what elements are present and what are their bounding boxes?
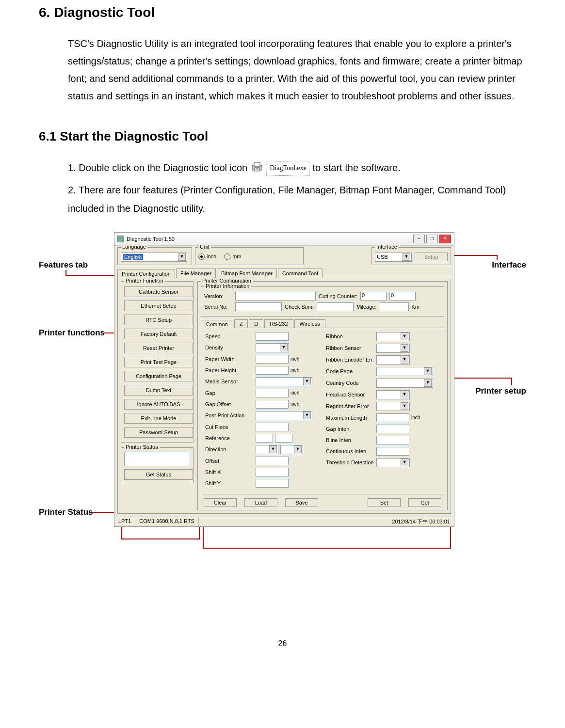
close-button[interactable]: ✕ — [439, 235, 451, 243]
chevron-down-icon: ▼ — [424, 379, 432, 387]
subtab-d[interactable]: D — [249, 319, 263, 328]
field-label: Shift Y — [205, 480, 254, 486]
field-label: Offset — [205, 458, 254, 464]
func-button[interactable]: Reset Printer — [124, 343, 193, 353]
text-input[interactable] — [376, 447, 409, 456]
text-input[interactable] — [256, 479, 289, 488]
field-label: Reference — [205, 435, 254, 441]
language-group: Language English▼ — [117, 247, 192, 265]
callout-interface: Interface — [492, 260, 526, 270]
svg-rect-1 — [254, 162, 260, 166]
printer-function-label: Printer Function — [124, 278, 165, 284]
text-input[interactable] — [256, 457, 289, 465]
unit-label: inch — [291, 401, 299, 407]
func-button[interactable]: Print Test Page — [124, 357, 193, 367]
text-input[interactable] — [256, 332, 289, 341]
text-input[interactable] — [376, 425, 409, 433]
clear-button[interactable]: Clear — [204, 498, 237, 507]
text-input[interactable] — [256, 400, 289, 409]
combo-input[interactable]: ▼ — [280, 445, 303, 454]
func-button[interactable]: Exit Line Mode — [124, 413, 193, 424]
combo-input[interactable]: ▼ — [256, 343, 289, 352]
field-label: Paper Height — [205, 367, 254, 373]
config-subtabs: Common Z D RS-232 Wireless — [201, 319, 444, 328]
combo-input[interactable]: ▼ — [376, 402, 410, 411]
text-input[interactable] — [256, 366, 289, 375]
field-label: Gap Inten. — [326, 426, 374, 432]
combo-input[interactable]: ▼ — [376, 355, 410, 364]
combo-input[interactable]: ▼ — [256, 445, 278, 454]
tab-bitmap-font-manager[interactable]: Bitmap Font Manager — [217, 269, 277, 278]
field-label: Reprint After Error — [326, 403, 374, 409]
callout-printer-status: Printer Status — [39, 507, 93, 517]
field-label: Bline Inten. — [326, 437, 374, 443]
subsection-heading: 6.1 Start the Diagnostic Tool — [39, 129, 526, 144]
set-button[interactable]: Set — [368, 498, 401, 507]
version-label: Version: — [204, 293, 232, 299]
chevron-down-icon: ▼ — [424, 367, 432, 375]
field-label: Media Sensor — [205, 379, 254, 384]
step-2: 2. There are four features (Printer Conf… — [68, 181, 526, 218]
chevron-down-icon: ▼ — [401, 344, 408, 352]
chevron-down-icon: ▼ — [401, 391, 408, 398]
text-input[interactable] — [275, 434, 292, 443]
combo-input[interactable]: ▼ — [376, 390, 410, 399]
get-button[interactable]: Get — [408, 498, 441, 507]
func-button[interactable]: Password Setup — [124, 427, 193, 438]
subtab-common[interactable]: Common — [201, 320, 233, 328]
maximize-button[interactable]: □ — [426, 235, 438, 243]
text-input[interactable] — [256, 423, 289, 431]
mileage-unit: Km — [412, 304, 420, 310]
mileage-field — [380, 302, 409, 311]
tab-file-manager[interactable]: File Manager — [176, 269, 216, 278]
chevron-down-icon: ▼ — [178, 253, 186, 261]
chevron-down-icon: ▼ — [401, 459, 408, 466]
tab-printer-configuration[interactable]: Printer Configuration — [117, 269, 175, 278]
app-icon — [117, 236, 124, 242]
func-button[interactable]: RTC Setup — [124, 315, 193, 325]
printer-configuration-group: Printer Configuration Printer Informatio… — [197, 281, 448, 510]
main-tabs: Printer Configuration File Manager Bitma… — [117, 269, 451, 278]
field-label: Paper Width — [205, 356, 254, 362]
field-label: Density — [205, 345, 254, 350]
get-status-button[interactable]: Get Status — [124, 469, 193, 480]
unit-mm-radio[interactable]: mm — [224, 253, 241, 260]
status-port: LPT1 — [114, 517, 135, 526]
combo-input[interactable]: ▼ — [256, 377, 312, 386]
text-input[interactable] — [376, 413, 409, 422]
text-input[interactable] — [256, 468, 289, 476]
combo-input[interactable]: ▼ — [376, 379, 433, 388]
serial-label: Serial No: — [204, 304, 232, 310]
func-button[interactable]: Dump Text — [124, 385, 193, 396]
chevron-down-icon: ▼ — [401, 332, 408, 340]
combo-input[interactable]: ▼ — [376, 458, 410, 467]
setup-button[interactable]: Setup — [415, 253, 448, 261]
text-input[interactable] — [376, 436, 409, 444]
text-input[interactable] — [256, 389, 289, 397]
minimize-button[interactable]: – — [413, 235, 425, 243]
field-label: Code Page — [326, 368, 374, 374]
func-button[interactable]: Factory Default — [124, 329, 193, 339]
load-button[interactable]: Load — [244, 498, 277, 507]
text-input[interactable] — [256, 355, 289, 364]
func-button[interactable]: Ignore AUTO.BAS — [124, 399, 193, 410]
combo-input[interactable]: ▼ — [256, 411, 312, 420]
combo-input[interactable]: ▼ — [376, 344, 410, 353]
save-button[interactable]: Save — [285, 498, 318, 507]
func-button[interactable]: Configuration Page — [124, 371, 193, 381]
printer-status-label: Printer Status — [124, 444, 160, 450]
subtab-z[interactable]: Z — [234, 319, 248, 328]
chevron-down-icon: ▼ — [401, 402, 408, 410]
subtab-wireless[interactable]: Wireless — [294, 319, 325, 328]
field-label: Cut Piece — [205, 424, 254, 430]
func-button[interactable]: Calibrate Sensor — [124, 286, 193, 297]
func-button[interactable]: Ethernet Setup — [124, 301, 193, 311]
text-input[interactable] — [256, 434, 273, 443]
subtab-rs232[interactable]: RS-232 — [264, 319, 293, 328]
tab-command-tool[interactable]: Command Tool — [278, 269, 323, 278]
unit-inch-radio[interactable]: inch — [198, 253, 216, 260]
language-combo[interactable]: English▼ — [121, 253, 187, 262]
combo-input[interactable]: ▼ — [376, 332, 410, 341]
interface-combo[interactable]: USB▼ — [375, 253, 412, 262]
combo-input[interactable]: ▼ — [376, 367, 433, 376]
